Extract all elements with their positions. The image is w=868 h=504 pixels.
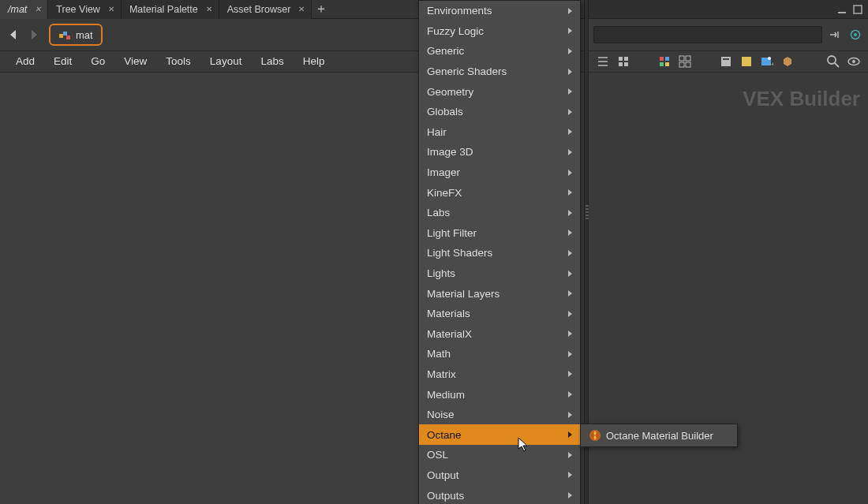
svg-rect-20 xyxy=(723,58,729,60)
menu-item-lights[interactable]: Lights xyxy=(419,263,580,284)
menu-item-materialx[interactable]: MaterialX xyxy=(419,324,580,345)
minimize-icon[interactable] xyxy=(836,4,847,15)
menu-item-materials[interactable]: Materials xyxy=(419,304,580,324)
color-grid-icon[interactable] xyxy=(657,54,672,69)
submenu-arrow-icon xyxy=(568,250,572,256)
menu-item-label: OSL xyxy=(427,449,448,461)
menu-item-label: Imager xyxy=(427,166,460,178)
menu-item-fuzzy-logic[interactable]: Fuzzy Logic xyxy=(419,21,580,42)
menu-item-label: Labs xyxy=(427,207,450,218)
submenu-arrow-icon xyxy=(568,8,572,14)
submenu-arrow-icon xyxy=(568,371,572,377)
menu-item-octane[interactable]: Octane xyxy=(419,424,580,445)
close-icon[interactable]: ✕ xyxy=(35,5,41,13)
menu-item-material-layers[interactable]: Material Layers xyxy=(419,283,580,304)
svg-rect-3 xyxy=(838,12,846,13)
submenu-arrow-icon xyxy=(568,492,572,498)
node-path-dropdown[interactable] xyxy=(593,26,822,43)
search-icon[interactable] xyxy=(825,54,841,69)
submenu-arrow-icon xyxy=(568,28,572,34)
tab-menu-dropdown[interactable]: EnvironmentsFuzzy LogicGenericGeneric Sh… xyxy=(418,0,581,504)
menu-item-image-3d[interactable]: Image 3D xyxy=(419,142,580,162)
target-button[interactable] xyxy=(847,27,863,43)
close-icon[interactable]: ✕ xyxy=(108,5,114,13)
path-name: mat xyxy=(76,29,93,41)
svg-rect-13 xyxy=(660,62,664,66)
menu-item-environments[interactable]: Environments xyxy=(419,1,580,21)
menu-item-label: Hair xyxy=(427,126,447,138)
submenu-arrow-icon xyxy=(568,129,572,135)
menu-item-label: Output xyxy=(427,469,459,481)
menu-item-generic-shaders[interactable]: Generic Shaders xyxy=(419,62,580,82)
pin-button[interactable] xyxy=(827,27,843,43)
menu-item-kinefx[interactable]: KineFX xyxy=(419,182,580,203)
menu-tools[interactable]: Tools xyxy=(156,50,200,73)
image-add-icon[interactable]: + xyxy=(759,54,775,69)
submenu-label: Octane Material Builder xyxy=(606,430,713,442)
spread-icon[interactable] xyxy=(677,54,693,69)
maximize-icon[interactable] xyxy=(852,4,863,15)
menu-item-hair[interactable]: Hair xyxy=(419,122,580,143)
menu-item-medium[interactable]: Medium xyxy=(419,384,580,405)
box-icon[interactable] xyxy=(780,54,795,69)
menu-item-globals[interactable]: Globals xyxy=(419,102,580,122)
eye-icon[interactable] xyxy=(846,54,862,69)
menu-help[interactable]: Help xyxy=(294,50,335,73)
menu-edit[interactable]: Edit xyxy=(44,50,81,73)
menu-add[interactable]: Add xyxy=(6,50,44,73)
menu-item-label: Light Filter xyxy=(427,227,477,239)
menu-item-outputs[interactable]: Outputs xyxy=(419,485,580,504)
submenu-arrow-icon xyxy=(568,412,572,418)
svg-rect-18 xyxy=(686,62,690,67)
submenu-arrow-icon xyxy=(568,230,572,236)
tab-mat[interactable]: /mat ✕ xyxy=(0,0,48,19)
menu-item-generic[interactable]: Generic xyxy=(419,41,580,62)
octane-submenu[interactable]: Octane Material Builder xyxy=(580,424,738,447)
list-view-icon[interactable] xyxy=(595,54,611,69)
menu-item-geometry[interactable]: Geometry xyxy=(419,81,580,102)
svg-rect-7 xyxy=(619,57,623,61)
svg-rect-16 xyxy=(686,56,690,61)
menu-go[interactable]: Go xyxy=(81,50,114,73)
node-info-icon[interactable] xyxy=(718,54,734,69)
menu-layout[interactable]: Layout xyxy=(200,50,252,73)
menu-item-matrix[interactable]: Matrix xyxy=(419,364,580,385)
nav-back-button[interactable] xyxy=(5,26,22,43)
submenu-arrow-icon xyxy=(568,271,572,277)
vex-builder-watermark: VEX Builder xyxy=(743,87,860,111)
tab-label: Asset Browser xyxy=(227,4,291,15)
menu-item-output[interactable]: Output xyxy=(419,465,580,486)
close-icon[interactable]: ✕ xyxy=(206,5,212,13)
svg-point-25 xyxy=(828,56,836,64)
menu-item-labs[interactable]: Labs xyxy=(419,203,580,223)
nav-forward-button[interactable] xyxy=(25,26,43,43)
svg-rect-12 xyxy=(665,57,669,61)
submenu-arrow-icon xyxy=(568,48,572,54)
tab-material-palette[interactable]: Material Palette ✕ xyxy=(122,0,219,19)
menu-item-noise[interactable]: Noise xyxy=(419,405,580,425)
svg-rect-15 xyxy=(679,56,684,61)
submenu-item-octane-material-builder[interactable]: Octane Material Builder xyxy=(581,426,737,445)
tab-asset-browser[interactable]: Asset Browser ✕ xyxy=(219,0,312,19)
menu-view[interactable]: View xyxy=(114,50,156,73)
menu-item-label: Environments xyxy=(427,5,492,17)
menu-item-osl[interactable]: OSL xyxy=(419,445,580,465)
menu-item-imager[interactable]: Imager xyxy=(419,162,580,183)
grid-view-icon[interactable] xyxy=(615,54,631,69)
add-tab-button[interactable]: ＋ xyxy=(312,0,331,19)
svg-point-6 xyxy=(854,33,857,36)
sticky-note-icon[interactable] xyxy=(739,54,754,69)
menu-item-label: Generic Shaders xyxy=(427,65,507,77)
close-icon[interactable]: ✕ xyxy=(298,5,305,13)
menu-item-math[interactable]: Math xyxy=(419,344,580,364)
tab-tree-view[interactable]: Tree View ✕ xyxy=(48,0,122,19)
svg-rect-19 xyxy=(721,57,731,66)
menu-labs[interactable]: Labs xyxy=(251,50,293,73)
menu-item-light-shaders[interactable]: Light Shaders xyxy=(419,243,580,263)
menu-item-label: Noise xyxy=(427,409,455,420)
path-chip[interactable]: mat xyxy=(49,24,103,46)
menu-item-label: Generic xyxy=(427,45,464,57)
menu-item-label: Medium xyxy=(427,389,465,401)
menu-item-light-filter[interactable]: Light Filter xyxy=(419,223,580,244)
submenu-arrow-icon xyxy=(568,210,572,216)
